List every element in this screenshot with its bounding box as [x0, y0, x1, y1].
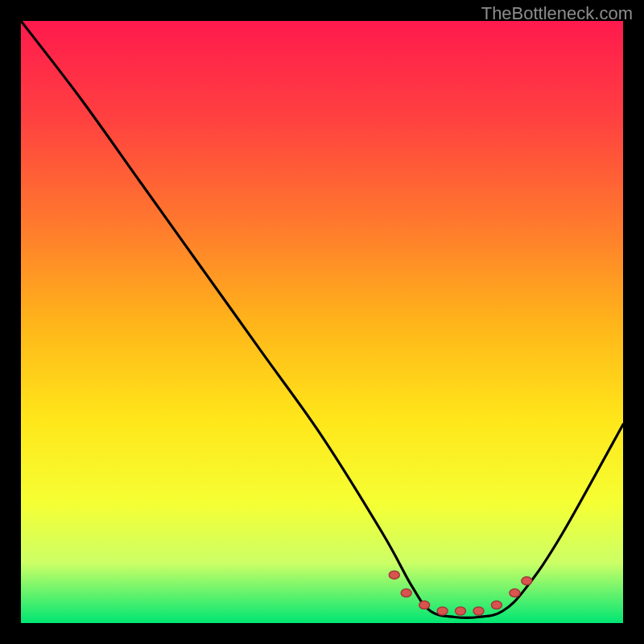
- optimal-dot: [401, 589, 411, 597]
- chart-svg: [21, 21, 623, 623]
- bottleneck-curve: [21, 21, 623, 618]
- optimal-dot: [456, 607, 466, 615]
- optimal-dot: [473, 607, 484, 615]
- chart-frame: [21, 21, 623, 623]
- optimal-dots-group: [389, 571, 532, 615]
- optimal-dot: [419, 601, 430, 609]
- watermark-text: TheBottleneck.com: [481, 3, 633, 24]
- optimal-dot: [491, 601, 502, 609]
- optimal-dot: [510, 589, 520, 597]
- optimal-dot: [437, 607, 448, 615]
- optimal-dot: [389, 571, 399, 579]
- optimal-dot: [522, 577, 532, 585]
